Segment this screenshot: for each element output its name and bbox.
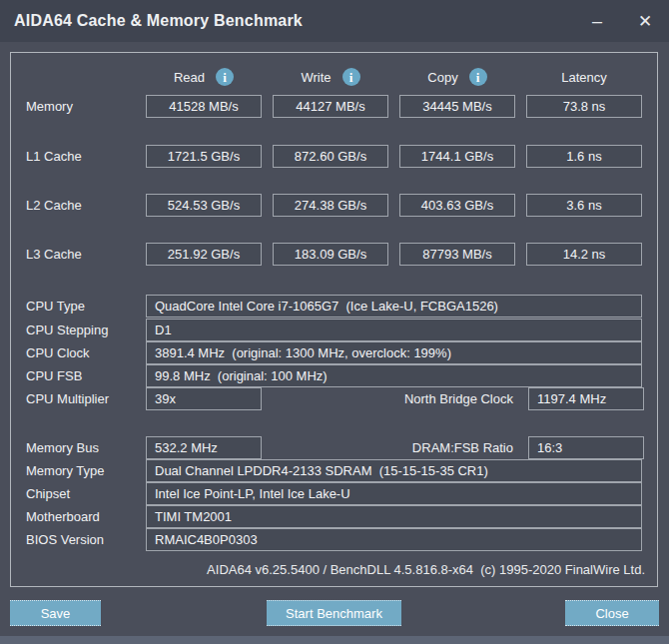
l2-read-value: 524.53 GB/s <box>146 194 262 217</box>
bottom-accent-strip <box>0 636 669 644</box>
cpu-type-row: CPU Type QuadCore Intel Core i7-1065G7 (… <box>11 295 657 318</box>
l2-copy-value: 403.63 GB/s <box>399 194 515 217</box>
row-label: Memory <box>11 99 146 114</box>
window-controls: – ✕ <box>573 0 669 42</box>
titlebar: AIDA64 Cache & Memory Benchmark – ✕ <box>0 0 669 42</box>
memory-bus-value: 532.2 MHz <box>146 436 262 459</box>
column-header-copy: Copy i <box>399 67 515 87</box>
memory-read-value: 41528 MB/s <box>146 95 262 118</box>
l3-copy-value: 87793 MB/s <box>399 243 515 266</box>
l2-latency-value: 3.6 ns <box>526 194 642 217</box>
memory-type-value: Dual Channel LPDDR4-2133 SDRAM (15-15-15… <box>146 459 642 482</box>
read-info-icon[interactable]: i <box>216 68 234 86</box>
motherboard-value: TIMI TM2001 <box>146 505 642 528</box>
chipset-label: Chipset <box>11 486 146 501</box>
cpu-type-value: QuadCore Intel Core i7-1065G7 (Ice Lake-… <box>146 295 642 318</box>
memory-bus-row: Memory Bus 532.2 MHz DRAM:FSB Ratio 16:3 <box>11 436 657 459</box>
cpu-stepping-value: D1 <box>146 319 642 341</box>
l3-write-value: 183.09 GB/s <box>273 243 388 266</box>
close-button[interactable]: Close <box>565 600 659 626</box>
content-frame: Read i Write i Copy i Latency Memory 415… <box>10 52 658 587</box>
row-label: L2 Cache <box>11 198 146 213</box>
bios-version-row: BIOS Version RMAIC4B0P0303 <box>11 528 657 551</box>
dram-fsb-ratio-value: 16:3 <box>528 436 644 459</box>
cpu-fsb-label: CPU FSB <box>11 368 146 383</box>
minimize-icon[interactable]: – <box>573 0 621 42</box>
l1-copy-value: 1744.1 GB/s <box>399 145 515 168</box>
column-header-copy-label: Copy <box>427 70 457 85</box>
cpu-multiplier-value: 39x <box>146 387 262 410</box>
column-header-write: Write i <box>273 67 388 87</box>
bios-version-label: BIOS Version <box>11 532 146 547</box>
cpu-stepping-label: CPU Stepping <box>11 322 146 337</box>
cpu-fsb-row: CPU FSB 99.8 MHz (original: 100 MHz) <box>11 364 657 387</box>
column-header-read: Read i <box>146 67 262 87</box>
chipset-value: Intel Ice Point-LP, Intel Ice Lake-U <box>146 482 642 505</box>
cpu-stepping-row: CPU Stepping D1 <box>11 319 657 341</box>
copy-info-icon[interactable]: i <box>469 68 487 86</box>
north-bridge-clock-value: 1197.4 MHz <box>528 387 644 410</box>
bios-version-value: RMAIC4B0P0303 <box>146 528 642 551</box>
cpu-fsb-value: 99.8 MHz (original: 100 MHz) <box>146 364 642 387</box>
save-button[interactable]: Save <box>10 600 101 626</box>
benchmark-header-row: Read i Write i Copy i Latency <box>11 67 657 87</box>
dram-fsb-ratio-label: DRAM:FSB Ratio <box>262 440 528 455</box>
l1-latency-value: 1.6 ns <box>526 145 642 168</box>
cpu-clock-row: CPU Clock 3891.4 MHz (original: 1300 MHz… <box>11 341 657 364</box>
cpu-clock-value: 3891.4 MHz (original: 1300 MHz, overcloc… <box>146 341 642 364</box>
column-header-latency: Latency <box>526 67 642 87</box>
memory-type-label: Memory Type <box>11 463 146 478</box>
write-info-icon[interactable]: i <box>342 68 360 86</box>
motherboard-row: Motherboard TIMI TM2001 <box>11 505 657 528</box>
row-label: L1 Cache <box>11 149 146 164</box>
l1-read-value: 1721.5 GB/s <box>146 145 262 168</box>
cpu-multiplier-label: CPU Multiplier <box>11 391 146 406</box>
window-title: AIDA64 Cache & Memory Benchmark <box>0 12 303 30</box>
close-icon[interactable]: ✕ <box>621 0 669 42</box>
cpu-clock-label: CPU Clock <box>11 345 146 360</box>
l2-write-value: 274.38 GB/s <box>273 194 388 217</box>
column-header-latency-label: Latency <box>561 70 607 85</box>
benchmark-row-l3: L3 Cache 251.92 GB/s 183.09 GB/s 87793 M… <box>11 243 657 266</box>
memory-bus-label: Memory Bus <box>11 440 146 455</box>
benchmark-row-l1: L1 Cache 1721.5 GB/s 872.60 GB/s 1744.1 … <box>11 145 657 168</box>
column-header-write-label: Write <box>301 70 331 85</box>
memory-write-value: 44127 MB/s <box>273 95 388 118</box>
row-label: L3 Cache <box>11 247 146 262</box>
memory-type-row: Memory Type Dual Channel LPDDR4-2133 SDR… <box>11 459 657 482</box>
motherboard-label: Motherboard <box>11 509 146 524</box>
benchmark-row-memory: Memory 41528 MB/s 44127 MB/s 34445 MB/s … <box>11 95 657 118</box>
benchmark-row-l2: L2 Cache 524.53 GB/s 274.38 GB/s 403.63 … <box>11 194 657 217</box>
memory-copy-value: 34445 MB/s <box>399 95 515 118</box>
cpu-multiplier-row: CPU Multiplier 39x North Bridge Clock 11… <box>11 387 657 410</box>
north-bridge-clock-label: North Bridge Clock <box>262 391 528 406</box>
app-version-text: AIDA64 v6.25.5400 / BenchDLL 4.5.816.8-x… <box>11 562 645 580</box>
cpu-type-label: CPU Type <box>11 299 146 314</box>
aida64-benchmark-window: { "window": { "title": "AIDA64 Cache & M… <box>0 0 669 644</box>
chipset-row: Chipset Intel Ice Point-LP, Intel Ice La… <box>11 482 657 505</box>
start-benchmark-button[interactable]: Start Benchmark <box>267 600 401 626</box>
memory-latency-value: 73.8 ns <box>526 95 642 118</box>
l1-write-value: 872.60 GB/s <box>273 145 388 168</box>
l3-latency-value: 14.2 ns <box>526 243 642 266</box>
l3-read-value: 251.92 GB/s <box>146 243 262 266</box>
column-header-read-label: Read <box>174 70 205 85</box>
